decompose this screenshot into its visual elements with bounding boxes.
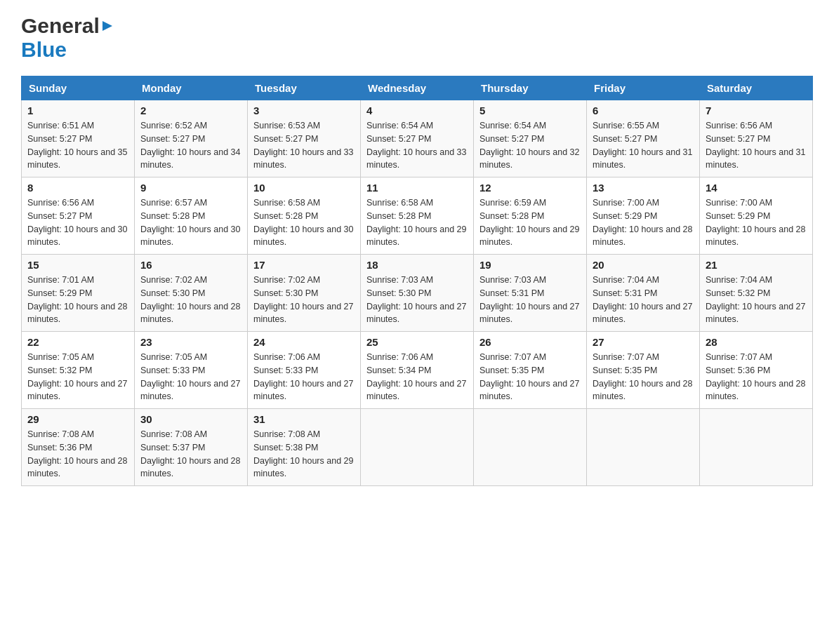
calendar-cell: 28Sunrise: 7:07 AMSunset: 5:36 PMDayligh… <box>700 332 813 409</box>
day-number: 19 <box>479 259 581 271</box>
day-info: Sunrise: 7:08 AMSunset: 5:37 PMDaylight:… <box>140 428 241 481</box>
header-day-thursday: Thursday <box>474 76 587 100</box>
calendar-week-3: 15Sunrise: 7:01 AMSunset: 5:29 PMDayligh… <box>22 255 813 332</box>
calendar-cell: 20Sunrise: 7:04 AMSunset: 5:31 PMDayligh… <box>587 255 700 332</box>
calendar-cell: 8Sunrise: 6:56 AMSunset: 5:27 PMDaylight… <box>22 177 135 255</box>
header-day-friday: Friday <box>587 76 700 100</box>
day-number: 2 <box>140 105 241 116</box>
day-info: Sunrise: 7:06 AMSunset: 5:33 PMDaylight:… <box>253 351 355 403</box>
day-number: 11 <box>366 182 468 194</box>
day-number: 12 <box>479 182 581 194</box>
logo-arrow-icon <box>100 18 115 36</box>
day-number: 3 <box>253 105 355 116</box>
day-info: Sunrise: 6:56 AMSunset: 5:27 PMDaylight:… <box>706 119 807 172</box>
calendar-cell: 19Sunrise: 7:03 AMSunset: 5:31 PMDayligh… <box>474 255 587 332</box>
calendar-cell: 24Sunrise: 7:06 AMSunset: 5:33 PMDayligh… <box>248 332 361 409</box>
day-info: Sunrise: 7:07 AMSunset: 5:36 PMDaylight:… <box>706 351 807 403</box>
calendar-cell: 6Sunrise: 6:55 AMSunset: 5:27 PMDaylight… <box>587 100 700 177</box>
day-number: 6 <box>593 105 694 116</box>
calendar-cell: 14Sunrise: 7:00 AMSunset: 5:29 PMDayligh… <box>700 177 813 255</box>
calendar-cell: 11Sunrise: 6:58 AMSunset: 5:28 PMDayligh… <box>361 177 474 255</box>
day-info: Sunrise: 6:57 AMSunset: 5:28 PMDaylight:… <box>140 196 241 249</box>
calendar-cell <box>474 409 587 486</box>
calendar-cell: 18Sunrise: 7:03 AMSunset: 5:30 PMDayligh… <box>361 255 474 332</box>
header-day-tuesday: Tuesday <box>248 76 361 100</box>
calendar-cell: 7Sunrise: 6:56 AMSunset: 5:27 PMDaylight… <box>700 100 813 177</box>
calendar-cell: 25Sunrise: 7:06 AMSunset: 5:34 PMDayligh… <box>361 332 474 409</box>
day-number: 30 <box>140 413 241 425</box>
svg-marker-0 <box>102 21 112 31</box>
day-number: 18 <box>366 259 468 271</box>
calendar-cell: 31Sunrise: 7:08 AMSunset: 5:38 PMDayligh… <box>248 409 361 486</box>
calendar-cell <box>361 409 474 486</box>
day-number: 26 <box>479 336 581 348</box>
day-number: 7 <box>706 105 807 116</box>
calendar-cell: 1Sunrise: 6:51 AMSunset: 5:27 PMDaylight… <box>22 100 135 177</box>
day-info: Sunrise: 7:05 AMSunset: 5:32 PMDaylight:… <box>27 351 128 403</box>
header-day-sunday: Sunday <box>22 76 135 100</box>
calendar-week-5: 29Sunrise: 7:08 AMSunset: 5:36 PMDayligh… <box>22 409 813 486</box>
calendar-cell: 26Sunrise: 7:07 AMSunset: 5:35 PMDayligh… <box>474 332 587 409</box>
calendar-cell: 22Sunrise: 7:05 AMSunset: 5:32 PMDayligh… <box>22 332 135 409</box>
day-number: 8 <box>27 182 128 194</box>
calendar-cell: 27Sunrise: 7:07 AMSunset: 5:35 PMDayligh… <box>587 332 700 409</box>
calendar-cell: 13Sunrise: 7:00 AMSunset: 5:29 PMDayligh… <box>587 177 700 255</box>
day-info: Sunrise: 7:08 AMSunset: 5:38 PMDaylight:… <box>253 428 355 481</box>
calendar-cell: 4Sunrise: 6:54 AMSunset: 5:27 PMDaylight… <box>361 100 474 177</box>
day-info: Sunrise: 6:54 AMSunset: 5:27 PMDaylight:… <box>366 119 468 172</box>
day-number: 15 <box>27 259 128 271</box>
calendar-cell <box>587 409 700 486</box>
day-info: Sunrise: 7:04 AMSunset: 5:31 PMDaylight:… <box>593 274 694 326</box>
day-info: Sunrise: 7:07 AMSunset: 5:35 PMDaylight:… <box>479 351 581 403</box>
day-number: 28 <box>706 336 807 348</box>
day-number: 21 <box>706 259 807 271</box>
day-number: 1 <box>27 105 128 116</box>
calendar-cell: 9Sunrise: 6:57 AMSunset: 5:28 PMDaylight… <box>135 177 248 255</box>
day-number: 10 <box>253 182 355 194</box>
calendar-cell: 30Sunrise: 7:08 AMSunset: 5:37 PMDayligh… <box>135 409 248 486</box>
day-info: Sunrise: 6:56 AMSunset: 5:27 PMDaylight:… <box>27 196 128 249</box>
day-info: Sunrise: 6:58 AMSunset: 5:28 PMDaylight:… <box>366 196 468 249</box>
day-number: 22 <box>27 336 128 348</box>
day-number: 17 <box>253 259 355 271</box>
day-info: Sunrise: 6:59 AMSunset: 5:28 PMDaylight:… <box>479 196 581 249</box>
day-number: 25 <box>366 336 468 348</box>
day-number: 31 <box>253 413 355 425</box>
day-number: 29 <box>27 413 128 425</box>
day-number: 14 <box>706 182 807 194</box>
day-info: Sunrise: 7:02 AMSunset: 5:30 PMDaylight:… <box>253 274 355 326</box>
day-number: 13 <box>593 182 694 194</box>
day-info: Sunrise: 7:05 AMSunset: 5:33 PMDaylight:… <box>140 351 241 403</box>
logo: General Blue <box>21 14 115 62</box>
calendar-cell: 2Sunrise: 6:52 AMSunset: 5:27 PMDaylight… <box>135 100 248 177</box>
calendar-cell: 10Sunrise: 6:58 AMSunset: 5:28 PMDayligh… <box>248 177 361 255</box>
day-info: Sunrise: 6:55 AMSunset: 5:27 PMDaylight:… <box>593 119 694 172</box>
page-header: General Blue <box>21 14 813 62</box>
calendar-week-1: 1Sunrise: 6:51 AMSunset: 5:27 PMDaylight… <box>22 100 813 177</box>
calendar-cell: 3Sunrise: 6:53 AMSunset: 5:27 PMDaylight… <box>248 100 361 177</box>
day-number: 24 <box>253 336 355 348</box>
day-number: 20 <box>593 259 694 271</box>
day-number: 23 <box>140 336 241 348</box>
day-info: Sunrise: 7:00 AMSunset: 5:29 PMDaylight:… <box>593 196 694 249</box>
calendar-cell: 16Sunrise: 7:02 AMSunset: 5:30 PMDayligh… <box>135 255 248 332</box>
day-info: Sunrise: 7:06 AMSunset: 5:34 PMDaylight:… <box>366 351 468 403</box>
calendar-table: SundayMondayTuesdayWednesdayThursdayFrid… <box>21 76 813 486</box>
day-info: Sunrise: 7:03 AMSunset: 5:30 PMDaylight:… <box>366 274 468 326</box>
day-number: 9 <box>140 182 241 194</box>
day-info: Sunrise: 7:01 AMSunset: 5:29 PMDaylight:… <box>27 274 128 326</box>
day-info: Sunrise: 7:07 AMSunset: 5:35 PMDaylight:… <box>593 351 694 403</box>
calendar-cell <box>700 409 813 486</box>
day-info: Sunrise: 7:00 AMSunset: 5:29 PMDaylight:… <box>706 196 807 249</box>
logo-general-text: General <box>21 14 100 38</box>
logo-blue-text: Blue <box>21 38 67 61</box>
calendar-body: 1Sunrise: 6:51 AMSunset: 5:27 PMDaylight… <box>22 100 813 486</box>
day-info: Sunrise: 7:03 AMSunset: 5:31 PMDaylight:… <box>479 274 581 326</box>
calendar-cell: 23Sunrise: 7:05 AMSunset: 5:33 PMDayligh… <box>135 332 248 409</box>
calendar-week-2: 8Sunrise: 6:56 AMSunset: 5:27 PMDaylight… <box>22 177 813 255</box>
day-number: 16 <box>140 259 241 271</box>
day-info: Sunrise: 6:52 AMSunset: 5:27 PMDaylight:… <box>140 119 241 172</box>
calendar-header: SundayMondayTuesdayWednesdayThursdayFrid… <box>22 76 813 100</box>
day-info: Sunrise: 7:02 AMSunset: 5:30 PMDaylight:… <box>140 274 241 326</box>
day-number: 27 <box>593 336 694 348</box>
